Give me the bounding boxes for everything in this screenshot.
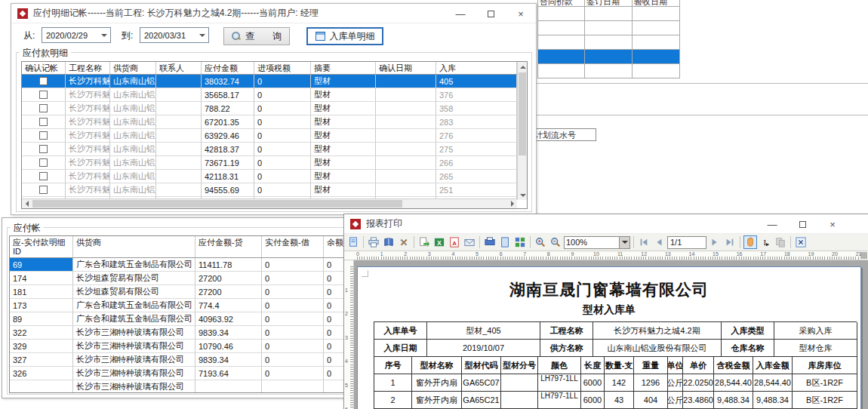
print-setup-icon[interactable] bbox=[483, 235, 497, 249]
scrollbar-thumb[interactable] bbox=[32, 200, 402, 208]
chevron-down-icon[interactable] bbox=[98, 29, 109, 42]
pdf-icon[interactable]: A bbox=[448, 235, 461, 249]
ruler-number: 16 bbox=[737, 251, 743, 257]
from-date-combo[interactable]: 2020/02/29 bbox=[42, 27, 111, 43]
table-row[interactable]: 长沙万科魅力...山东南山铝业...42818.370型材275 bbox=[22, 143, 517, 156]
debit-cell bbox=[262, 380, 324, 393]
scrollbar-thumb[interactable] bbox=[519, 72, 526, 155]
first-page-icon[interactable] bbox=[637, 235, 651, 249]
confirm-checkbox[interactable] bbox=[39, 145, 48, 153]
column-header: 入库金额 bbox=[753, 357, 793, 374]
page-number-input[interactable]: 1/1 bbox=[667, 236, 706, 249]
checkbox-cell bbox=[22, 129, 66, 143]
document-icon[interactable] bbox=[346, 235, 360, 249]
report-preview[interactable]: 123456 湖南亘晟门窗幕墙有限公司 型材入库单 入库单号型材_405工程名称… bbox=[344, 260, 868, 409]
scroll-up-icon[interactable] bbox=[518, 62, 528, 72]
confirm-checkbox[interactable] bbox=[39, 131, 48, 140]
minimize-button[interactable]: — bbox=[445, 4, 476, 23]
minimize-button[interactable]: — bbox=[757, 214, 787, 234]
table-row[interactable]: 长沙万科魅力...山东南山铝业...42118.310型材265 bbox=[22, 170, 517, 183]
confirm-checkbox[interactable] bbox=[39, 158, 48, 167]
maximize-button[interactable] bbox=[476, 4, 506, 23]
titlebar[interactable]: 报表打印 — × bbox=[344, 214, 868, 234]
titlebar[interactable]: 应付明细记帐------当前工程: 长沙万科魅力之城4.2期------当前用户… bbox=[11, 4, 536, 23]
table-row[interactable]: 长沙万科魅力...山东南山铝业...38032.740型材405 bbox=[22, 75, 517, 88]
credit-cell: 9839.34 bbox=[195, 353, 262, 367]
summary-cell: 型材 bbox=[311, 143, 376, 156]
id-cell: 173 bbox=[10, 299, 73, 312]
supplier-cell: 广东合和建筑五金制品有限公司 bbox=[73, 312, 195, 326]
id-cell: 181 bbox=[10, 285, 73, 299]
summary-cell: 型材 bbox=[311, 75, 376, 88]
page-setup-icon[interactable] bbox=[498, 235, 512, 249]
tools-icon[interactable] bbox=[397, 235, 411, 249]
book-icon[interactable] bbox=[382, 235, 396, 249]
hand-tool-icon[interactable] bbox=[743, 235, 757, 249]
plan-serial-field[interactable]: 计划流水号 bbox=[531, 128, 596, 141]
confirm-checkbox[interactable] bbox=[39, 77, 48, 85]
export-icon[interactable] bbox=[417, 235, 431, 249]
amount-cell: 73671.19 bbox=[202, 156, 254, 170]
detail-cell: 28,544.40 bbox=[753, 374, 793, 392]
chevron-down-icon[interactable] bbox=[619, 237, 629, 248]
zoom-out-icon[interactable] bbox=[549, 235, 562, 249]
ruler-number: 4 bbox=[345, 358, 348, 364]
table-row[interactable]: 长沙万科魅力...山东南山铝业...94555.690型材251 bbox=[22, 183, 517, 197]
info-label-cell: 仓库名称 bbox=[722, 340, 774, 357]
zoom-level-combo[interactable]: 100% bbox=[564, 236, 630, 249]
ruler-number: 1 bbox=[380, 251, 383, 257]
table-row[interactable]: 长沙万科魅力...山东南山铝业...63929.460型材276 bbox=[22, 129, 517, 143]
scroll-right-icon[interactable] bbox=[507, 199, 517, 208]
close-button[interactable]: × bbox=[817, 214, 848, 234]
close-button[interactable]: × bbox=[506, 4, 536, 23]
id-cell: 174 bbox=[10, 272, 73, 285]
table-row[interactable]: 长沙万科魅力...山东南山铝业...73671.190型材266 bbox=[22, 156, 517, 170]
confirm-checkbox[interactable] bbox=[39, 104, 48, 112]
table-row[interactable]: 长沙万科魅力...山东南山铝业...788.220型材358 bbox=[22, 102, 517, 115]
table-row[interactable] bbox=[538, 64, 679, 78]
id-cell: 89 bbox=[10, 312, 73, 326]
grid-icon[interactable] bbox=[513, 235, 527, 249]
next-page-icon[interactable] bbox=[708, 235, 722, 249]
detail-cell: 公斤 bbox=[668, 392, 683, 409]
prev-page-icon[interactable] bbox=[652, 235, 666, 249]
column-header: 应付金额-贷 bbox=[195, 236, 262, 257]
table-row[interactable]: 长沙万科魅力...山东南山铝业...35658.170型材376 bbox=[22, 88, 517, 102]
scroll-down-icon[interactable] bbox=[518, 190, 528, 200]
mail-icon[interactable] bbox=[463, 235, 476, 249]
credit-cell: 774.4 bbox=[195, 299, 262, 312]
ruler-number: 19 bbox=[808, 251, 814, 257]
excel-icon[interactable]: X bbox=[432, 235, 446, 249]
chevron-down-icon[interactable] bbox=[196, 29, 208, 42]
maximize-button[interactable] bbox=[787, 214, 817, 234]
contact-cell bbox=[156, 75, 202, 88]
window-title: 报表打印 bbox=[366, 217, 402, 230]
confirm-checkbox[interactable] bbox=[39, 91, 48, 99]
vertical-scrollbar[interactable] bbox=[517, 62, 527, 200]
to-date-value: 2020/03/31 bbox=[144, 31, 186, 40]
table-cell bbox=[585, 35, 633, 50]
panel-divider bbox=[536, 115, 868, 115]
table-row[interactable] bbox=[538, 50, 679, 64]
table-row[interactable] bbox=[538, 21, 679, 35]
copy-icon[interactable] bbox=[774, 235, 787, 249]
detail-cell: 2 bbox=[374, 392, 412, 409]
table-row[interactable]: 长沙万科魅力...山东南山铝业...67201.350型材283 bbox=[22, 115, 517, 129]
scroll-left-icon[interactable] bbox=[22, 199, 32, 208]
confirm-checkbox[interactable] bbox=[39, 186, 48, 194]
print-icon[interactable] bbox=[367, 235, 380, 249]
confirm-checkbox[interactable] bbox=[39, 172, 48, 180]
query-button[interactable]: 查 询 bbox=[223, 27, 290, 45]
checkbox-cell bbox=[22, 183, 66, 197]
horizontal-scrollbar[interactable] bbox=[22, 198, 517, 208]
zoom-in-icon[interactable] bbox=[534, 235, 547, 249]
text-select-icon[interactable]: I bbox=[759, 235, 772, 249]
column-header: 数量-支 bbox=[605, 357, 634, 374]
close-preview-icon[interactable] bbox=[794, 235, 808, 249]
inbound-detail-button[interactable]: 入库单明细 bbox=[306, 27, 383, 45]
table-row[interactable] bbox=[538, 35, 679, 50]
table-row[interactable] bbox=[538, 7, 679, 21]
confirm-checkbox[interactable] bbox=[39, 118, 48, 126]
to-date-combo[interactable]: 2020/03/31 bbox=[140, 27, 209, 43]
last-page-icon[interactable] bbox=[723, 235, 737, 249]
